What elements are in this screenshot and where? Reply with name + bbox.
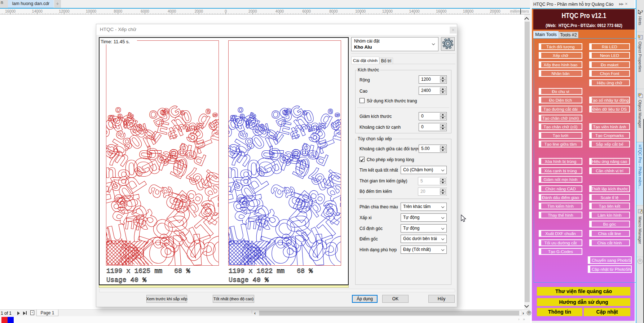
svg-text:10000: 10000 bbox=[355, 9, 366, 13]
svg-text:14000: 14000 bbox=[32, 9, 43, 13]
svg-text:18000: 18000 bbox=[463, 9, 473, 13]
svg-text:?: ? bbox=[641, 10, 643, 13]
svg-text:68 %: 68 % bbox=[174, 267, 190, 275]
svg-text:Usage 40 %: Usage 40 % bbox=[229, 276, 269, 284]
svg-text:4000: 4000 bbox=[168, 9, 176, 13]
svg-text:16000: 16000 bbox=[5, 9, 16, 13]
svg-text:6000: 6000 bbox=[303, 9, 311, 13]
svg-text:Usage 40 %: Usage 40 % bbox=[106, 276, 147, 284]
svg-text:millimeters: millimeters bbox=[510, 9, 529, 13]
svg-text:10000: 10000 bbox=[86, 9, 96, 13]
svg-text:16000: 16000 bbox=[436, 9, 446, 13]
svg-text:N: N bbox=[169, 224, 205, 266]
svg-text:12000: 12000 bbox=[382, 9, 393, 13]
svg-text:14000: 14000 bbox=[409, 9, 419, 13]
svg-text:0: 0 bbox=[225, 9, 227, 13]
svg-text:68 %: 68 % bbox=[297, 267, 313, 275]
svg-text:8000: 8000 bbox=[329, 9, 338, 13]
svg-text:N: N bbox=[292, 224, 327, 266]
svg-text:2000: 2000 bbox=[248, 9, 257, 13]
svg-text:20000: 20000 bbox=[490, 9, 500, 13]
svg-text:8000: 8000 bbox=[114, 9, 123, 13]
svg-text:1199 x 1622 mm: 1199 x 1622 mm bbox=[229, 267, 284, 275]
svg-text:1199 x 1625 mm: 1199 x 1625 mm bbox=[106, 267, 162, 275]
svg-text:2000: 2000 bbox=[195, 9, 203, 13]
svg-text:12000: 12000 bbox=[59, 9, 69, 13]
svg-text:6000: 6000 bbox=[141, 9, 149, 13]
svg-text:4000: 4000 bbox=[275, 9, 284, 13]
